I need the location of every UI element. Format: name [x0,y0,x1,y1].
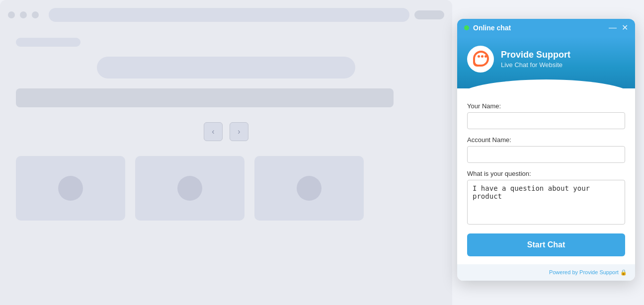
card-3 [254,156,364,221]
chat-header-left: Online chat [464,24,511,32]
browser-mockup: ‹ › [0,0,452,305]
close-icon[interactable]: ✕ [622,24,628,32]
carousel-arrows: ‹ › [16,122,436,141]
name-label: Your Name: [467,102,625,110]
chat-footer: Powered by Provide Support 🔒 [457,264,635,281]
browser-dot-red [8,11,15,18]
online-status-dot [464,25,469,30]
next-arrow[interactable]: › [230,122,248,141]
bubble-inner [475,53,487,65]
card-1 [16,156,125,221]
powered-by-text: Powered by Provide Support [549,269,619,275]
card-circle-1 [58,176,83,201]
brand-avatar [467,46,494,73]
account-label: Account Name: [467,136,625,144]
browser-content: ‹ › [8,30,444,229]
bubble-dot-3 [484,55,487,58]
chat-header-icons: — ✕ [609,24,628,32]
chat-widget: Online chat — ✕ Provide Support Live Cha… [457,19,635,281]
question-label: What is your question: [467,170,625,177]
account-input[interactable] [467,146,625,163]
browser-url-bar [49,8,409,22]
browser-toolbar [8,8,444,22]
browser-dot-green [32,11,39,18]
bubble-dot-1 [478,55,480,58]
name-field-group: Your Name: [467,102,625,129]
minimize-icon[interactable]: — [609,24,617,32]
search-bar-placeholder [97,57,355,78]
brand-text: Provide Support Live Chat for Website [501,50,570,69]
bubble-dot-2 [481,55,483,58]
card-circle-3 [297,176,322,201]
card-2 [135,156,244,221]
question-field-group: What is your question: [467,170,625,225]
chat-form: Your Name: Account Name: What is your qu… [457,88,635,264]
chat-header-bar: Online chat — ✕ [457,19,635,37]
browser-right-placeholder [414,10,444,19]
card-list [16,156,436,221]
chat-header-title: Online chat [473,24,511,32]
brand-avatar-inner [472,51,489,68]
name-input[interactable] [467,112,625,129]
brand-name: Provide Support [501,50,570,61]
nav-placeholder [16,38,80,47]
lock-icon: 🔒 [620,269,627,275]
question-textarea[interactable] [467,180,625,225]
account-field-group: Account Name: [467,136,625,163]
card-circle-2 [177,176,202,201]
start-chat-button[interactable]: Start Chat [467,233,625,256]
text-bar-placeholder [16,88,394,107]
brand-subtitle: Live Chat for Website [501,61,570,69]
prev-arrow[interactable]: ‹ [204,122,223,141]
chat-brand-section: Provide Support Live Chat for Website [457,37,635,88]
browser-dot-yellow [20,11,27,18]
